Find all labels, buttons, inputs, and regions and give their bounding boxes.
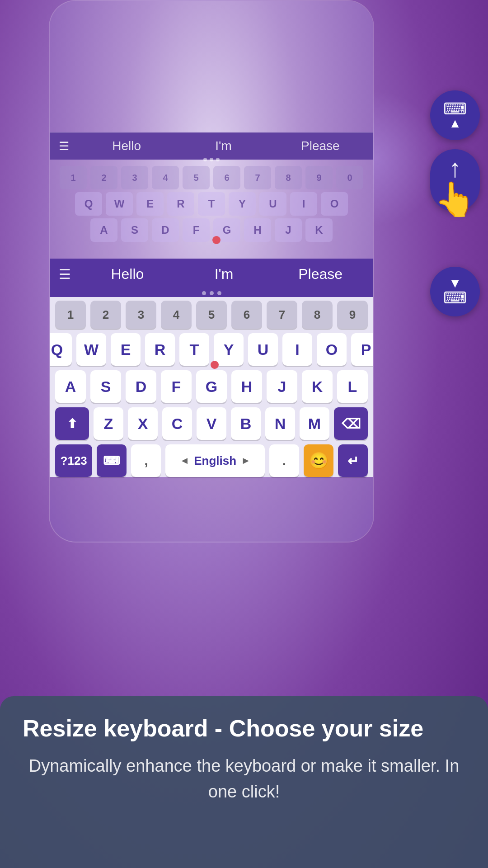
key-2-small[interactable]: 2 [90,166,117,189]
resize-arrow-up-button[interactable]: ↑ 👆 [430,149,480,212]
key-o-small[interactable]: O [321,192,348,216]
key-a-small[interactable]: A [90,218,117,242]
number-row-main: 1 2 3 4 5 6 7 8 9 [55,301,368,329]
info-panel-description: Dynamically enhance the keyboard or make… [23,753,465,805]
enter-key[interactable]: ↵ [338,444,368,477]
key-0-small[interactable]: 0 [336,166,363,189]
key-N[interactable]: N [265,407,295,440]
menu-icon-small[interactable]: ☰ [59,139,69,153]
comma-key[interactable]: , [131,444,161,477]
key-y-small[interactable]: Y [229,192,256,216]
shift-key[interactable]: ⬆ [55,407,89,440]
key-8[interactable]: 8 [302,301,333,329]
asdf-row-main: A S D F G H J K L [55,370,368,403]
key-O[interactable]: O [317,333,347,366]
key-B[interactable]: B [231,407,261,440]
key-7-small[interactable]: 7 [244,166,271,189]
emoji-key[interactable]: 😊 [304,444,333,477]
qwerty-row-small: Q W E R T Y U I O [54,192,369,216]
key-5[interactable]: 5 [196,301,227,329]
asdf-row-small: A S D F G H J K [54,218,369,242]
swipe-dot-main [211,361,219,369]
key-Z[interactable]: Z [94,407,123,440]
swipe-dot-small [212,236,221,244]
key-i-small[interactable]: I [290,192,317,216]
key-9-small[interactable]: 9 [305,166,333,189]
key-X[interactable]: X [128,407,158,440]
keyboard-main: ☰ Hello I'm Please 1 2 3 4 5 6 7 [50,259,373,542]
key-5-small[interactable]: 5 [183,166,210,189]
keyboard-down-float-button[interactable]: ▼ ⌨ [430,267,480,316]
key-h-small[interactable]: H [244,218,271,242]
key-M[interactable]: M [300,407,329,440]
key-7[interactable]: 7 [267,301,297,329]
key-4[interactable]: 4 [161,301,192,329]
suggestion-bar-small: ☰ Hello I'm Please [50,132,373,160]
suggestion-im-main[interactable]: I'm [180,266,268,283]
key-9[interactable]: 9 [337,301,368,329]
key-4-small[interactable]: 4 [152,166,179,189]
key-V[interactable]: V [197,407,226,440]
key-1-small[interactable]: 1 [60,166,87,189]
key-I[interactable]: I [282,333,312,366]
key-G[interactable]: G [196,370,227,403]
key-E[interactable]: E [111,333,141,366]
key-W[interactable]: W [76,333,106,366]
space-key[interactable]: ◄ English ► [165,444,265,477]
keyboard-small-preview: ☰ Hello I'm Please 1 2 3 4 5 6 7 8 9 [50,132,373,259]
qwerty-row-main: Q W E R T Y U I O P [55,333,368,366]
key-f-small[interactable]: F [183,218,210,242]
info-panel: Resize keyboard - Choose your size Dynam… [0,696,488,868]
key-2[interactable]: 2 [90,301,121,329]
key-e-small[interactable]: E [136,192,164,216]
zxcv-row-main: ⬆ Z X C V B N M ⌫ [55,407,368,440]
key-6[interactable]: 6 [231,301,262,329]
key-8-small[interactable]: 8 [275,166,302,189]
key-H[interactable]: H [231,370,262,403]
input-method-key[interactable]: ⌨ [97,444,127,477]
suggestion-hello-small[interactable]: Hello [83,139,170,153]
key-r-small[interactable]: R [167,192,194,216]
suggestion-im-small[interactable]: I'm [179,139,267,153]
key-3-small[interactable]: 3 [121,166,148,189]
arrow-up-icon: ↑ [449,156,461,181]
key-1[interactable]: 1 [55,301,86,329]
num-row-small: 1 2 3 4 5 6 7 8 9 0 [54,166,369,189]
backspace-key[interactable]: ⌫ [334,407,368,440]
key-L[interactable]: L [337,370,368,403]
key-C[interactable]: C [162,407,192,440]
key-3[interactable]: 3 [126,301,156,329]
period-key[interactable]: . [269,444,299,477]
key-A[interactable]: A [55,370,86,403]
key-Y[interactable]: Y [214,333,244,366]
key-rows-main: 1 2 3 4 5 6 7 8 9 Q W E R T Y [50,297,373,477]
key-K[interactable]: K [302,370,333,403]
key-J[interactable]: J [267,370,297,403]
suggestion-please-main[interactable]: Please [277,266,364,283]
key-u-small[interactable]: U [259,192,286,216]
suggestion-bar-main: ☰ Hello I'm Please [50,259,373,289]
key-w-small[interactable]: W [106,192,133,216]
keyboard-up-float-button[interactable]: ⌨ ▲ [430,90,480,140]
key-s-small[interactable]: S [121,218,148,242]
key-R[interactable]: R [145,333,175,366]
num-toggle-key[interactable]: ?123 [55,444,92,477]
key-k-small[interactable]: K [305,218,333,242]
key-q-small[interactable]: Q [75,192,102,216]
menu-icon-main[interactable]: ☰ [59,266,71,282]
key-Q[interactable]: Q [50,333,72,366]
key-6-small[interactable]: 6 [213,166,240,189]
key-U[interactable]: U [248,333,278,366]
suggestion-please-small[interactable]: Please [277,139,364,153]
key-D[interactable]: D [126,370,156,403]
key-d-small[interactable]: D [152,218,179,242]
suggestion-hello-main[interactable]: Hello [84,266,171,283]
key-T[interactable]: T [179,333,209,366]
key-P[interactable]: P [351,333,373,366]
key-t-small[interactable]: T [198,192,225,216]
key-F[interactable]: F [161,370,192,403]
key-S[interactable]: S [90,370,121,403]
hand-pointing-icon: 👆 [434,183,476,216]
phone-screen: ☰ Hello I'm Please 1 2 3 4 5 6 7 8 9 [50,1,373,542]
key-j-small[interactable]: J [275,218,302,242]
